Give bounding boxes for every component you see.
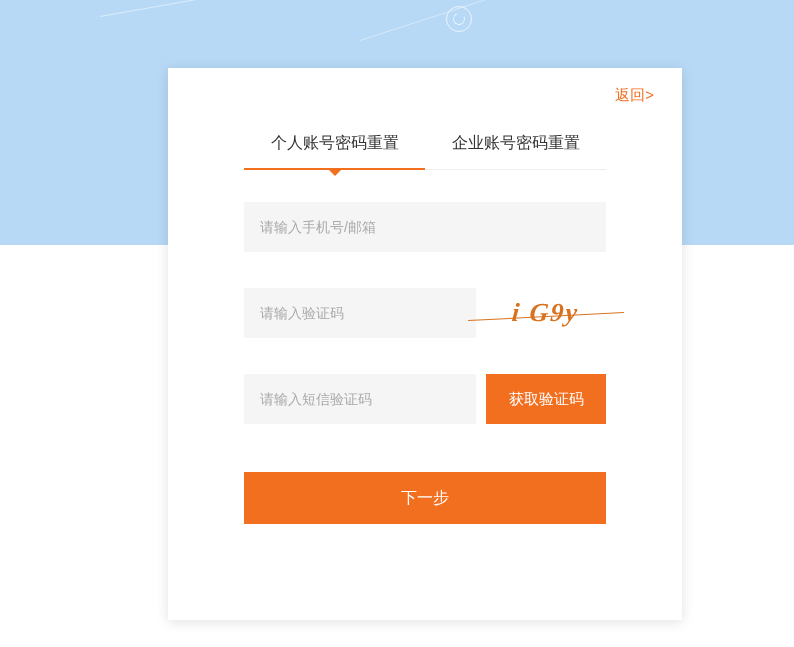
sms-code-input[interactable] (244, 374, 476, 424)
decorative-line (100, 0, 790, 17)
captcha-text: i G9y (511, 298, 581, 328)
next-step-button[interactable]: 下一步 (244, 472, 606, 524)
captcha-image[interactable]: i G9y (486, 288, 606, 338)
decorative-circle-icon (446, 6, 472, 32)
tab-personal[interactable]: 个人账号密码重置 (244, 133, 425, 170)
captcha-input[interactable] (244, 288, 476, 338)
tabs: 个人账号密码重置 企业账号密码重置 (244, 133, 606, 170)
reset-form: i G9y 获取验证码 下一步 (190, 202, 660, 524)
account-input[interactable] (244, 202, 606, 252)
get-sms-code-button[interactable]: 获取验证码 (486, 374, 606, 424)
account-row (244, 202, 606, 252)
decorative-line (360, 0, 741, 41)
sms-row: 获取验证码 (244, 374, 606, 424)
reset-password-card: 返回> 个人账号密码重置 企业账号密码重置 i G9y 获取验证码 下一步 (168, 68, 682, 620)
captcha-row: i G9y (244, 288, 606, 338)
tab-enterprise[interactable]: 企业账号密码重置 (425, 133, 606, 170)
back-link[interactable]: 返回> (190, 86, 660, 105)
